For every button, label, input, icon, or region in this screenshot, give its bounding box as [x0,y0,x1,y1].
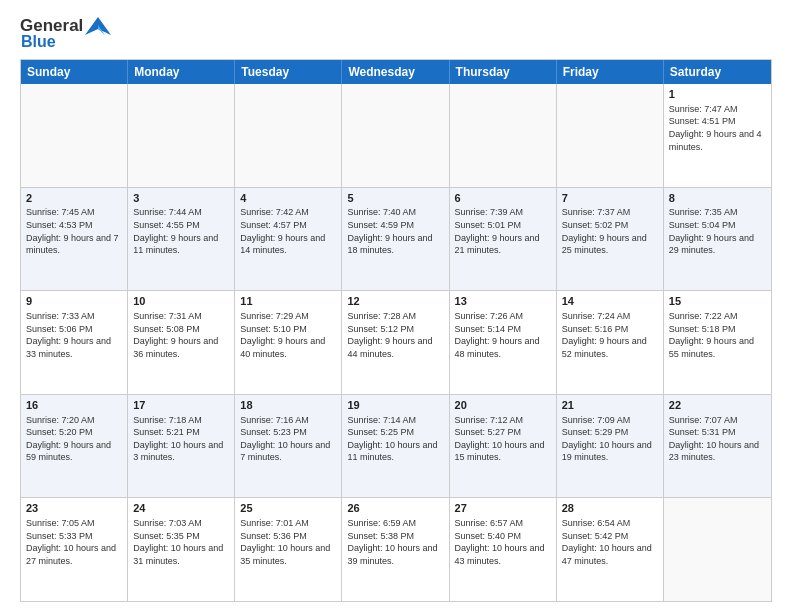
day-info: Sunrise: 7:14 AM Sunset: 5:25 PM Dayligh… [347,414,443,464]
day-info: Sunrise: 7:29 AM Sunset: 5:10 PM Dayligh… [240,310,336,360]
calendar-cell: 4Sunrise: 7:42 AM Sunset: 4:57 PM Daylig… [235,188,342,291]
calendar-body: 1Sunrise: 7:47 AM Sunset: 4:51 PM Daylig… [21,84,771,601]
day-info: Sunrise: 6:57 AM Sunset: 5:40 PM Dayligh… [455,517,551,567]
day-number: 9 [26,294,122,309]
calendar-cell: 16Sunrise: 7:20 AM Sunset: 5:20 PM Dayli… [21,395,128,498]
day-info: Sunrise: 7:35 AM Sunset: 5:04 PM Dayligh… [669,206,766,256]
day-info: Sunrise: 7:47 AM Sunset: 4:51 PM Dayligh… [669,103,766,153]
calendar-cell: 12Sunrise: 7:28 AM Sunset: 5:12 PM Dayli… [342,291,449,394]
day-number: 24 [133,501,229,516]
day-number: 20 [455,398,551,413]
day-info: Sunrise: 7:20 AM Sunset: 5:20 PM Dayligh… [26,414,122,464]
calendar-row-2: 2Sunrise: 7:45 AM Sunset: 4:53 PM Daylig… [21,187,771,291]
day-number: 13 [455,294,551,309]
day-info: Sunrise: 6:54 AM Sunset: 5:42 PM Dayligh… [562,517,658,567]
header-cell-sunday: Sunday [21,60,128,84]
calendar-cell [664,498,771,601]
day-number: 25 [240,501,336,516]
calendar-cell: 5Sunrise: 7:40 AM Sunset: 4:59 PM Daylig… [342,188,449,291]
calendar: SundayMondayTuesdayWednesdayThursdayFrid… [20,59,772,602]
day-info: Sunrise: 7:07 AM Sunset: 5:31 PM Dayligh… [669,414,766,464]
calendar-cell: 7Sunrise: 7:37 AM Sunset: 5:02 PM Daylig… [557,188,664,291]
calendar-row-5: 23Sunrise: 7:05 AM Sunset: 5:33 PM Dayli… [21,497,771,601]
day-number: 10 [133,294,229,309]
day-number: 7 [562,191,658,206]
header-cell-wednesday: Wednesday [342,60,449,84]
calendar-cell [21,84,128,187]
day-number: 6 [455,191,551,206]
day-number: 17 [133,398,229,413]
header-cell-monday: Monday [128,60,235,84]
day-info: Sunrise: 7:18 AM Sunset: 5:21 PM Dayligh… [133,414,229,464]
calendar-cell: 21Sunrise: 7:09 AM Sunset: 5:29 PM Dayli… [557,395,664,498]
calendar-row-3: 9Sunrise: 7:33 AM Sunset: 5:06 PM Daylig… [21,290,771,394]
day-number: 27 [455,501,551,516]
calendar-cell [450,84,557,187]
calendar-cell [235,84,342,187]
day-info: Sunrise: 7:33 AM Sunset: 5:06 PM Dayligh… [26,310,122,360]
day-info: Sunrise: 7:40 AM Sunset: 4:59 PM Dayligh… [347,206,443,256]
day-number: 19 [347,398,443,413]
day-info: Sunrise: 7:22 AM Sunset: 5:18 PM Dayligh… [669,310,766,360]
day-number: 3 [133,191,229,206]
calendar-cell [128,84,235,187]
day-number: 14 [562,294,658,309]
calendar-cell: 2Sunrise: 7:45 AM Sunset: 4:53 PM Daylig… [21,188,128,291]
calendar-cell: 24Sunrise: 7:03 AM Sunset: 5:35 PM Dayli… [128,498,235,601]
day-info: Sunrise: 7:01 AM Sunset: 5:36 PM Dayligh… [240,517,336,567]
day-number: 22 [669,398,766,413]
calendar-row-1: 1Sunrise: 7:47 AM Sunset: 4:51 PM Daylig… [21,84,771,187]
day-number: 23 [26,501,122,516]
day-info: Sunrise: 7:05 AM Sunset: 5:33 PM Dayligh… [26,517,122,567]
calendar-row-4: 16Sunrise: 7:20 AM Sunset: 5:20 PM Dayli… [21,394,771,498]
header-cell-saturday: Saturday [664,60,771,84]
calendar-cell: 11Sunrise: 7:29 AM Sunset: 5:10 PM Dayli… [235,291,342,394]
calendar-cell: 20Sunrise: 7:12 AM Sunset: 5:27 PM Dayli… [450,395,557,498]
calendar-cell: 28Sunrise: 6:54 AM Sunset: 5:42 PM Dayli… [557,498,664,601]
day-info: Sunrise: 7:42 AM Sunset: 4:57 PM Dayligh… [240,206,336,256]
day-number: 21 [562,398,658,413]
day-number: 18 [240,398,336,413]
calendar-cell: 1Sunrise: 7:47 AM Sunset: 4:51 PM Daylig… [664,84,771,187]
day-info: Sunrise: 7:39 AM Sunset: 5:01 PM Dayligh… [455,206,551,256]
day-info: Sunrise: 7:28 AM Sunset: 5:12 PM Dayligh… [347,310,443,360]
day-info: Sunrise: 7:03 AM Sunset: 5:35 PM Dayligh… [133,517,229,567]
calendar-cell: 17Sunrise: 7:18 AM Sunset: 5:21 PM Dayli… [128,395,235,498]
calendar-cell: 27Sunrise: 6:57 AM Sunset: 5:40 PM Dayli… [450,498,557,601]
calendar-cell: 14Sunrise: 7:24 AM Sunset: 5:16 PM Dayli… [557,291,664,394]
calendar-cell: 18Sunrise: 7:16 AM Sunset: 5:23 PM Dayli… [235,395,342,498]
calendar-header: SundayMondayTuesdayWednesdayThursdayFrid… [21,60,771,84]
calendar-cell [342,84,449,187]
day-number: 5 [347,191,443,206]
day-number: 2 [26,191,122,206]
calendar-cell: 13Sunrise: 7:26 AM Sunset: 5:14 PM Dayli… [450,291,557,394]
calendar-cell: 23Sunrise: 7:05 AM Sunset: 5:33 PM Dayli… [21,498,128,601]
day-info: Sunrise: 6:59 AM Sunset: 5:38 PM Dayligh… [347,517,443,567]
calendar-cell: 8Sunrise: 7:35 AM Sunset: 5:04 PM Daylig… [664,188,771,291]
calendar-cell: 26Sunrise: 6:59 AM Sunset: 5:38 PM Dayli… [342,498,449,601]
day-number: 8 [669,191,766,206]
calendar-cell: 22Sunrise: 7:07 AM Sunset: 5:31 PM Dayli… [664,395,771,498]
calendar-cell: 15Sunrise: 7:22 AM Sunset: 5:18 PM Dayli… [664,291,771,394]
calendar-cell: 6Sunrise: 7:39 AM Sunset: 5:01 PM Daylig… [450,188,557,291]
day-info: Sunrise: 7:26 AM Sunset: 5:14 PM Dayligh… [455,310,551,360]
day-number: 15 [669,294,766,309]
calendar-cell: 9Sunrise: 7:33 AM Sunset: 5:06 PM Daylig… [21,291,128,394]
day-number: 4 [240,191,336,206]
calendar-cell: 19Sunrise: 7:14 AM Sunset: 5:25 PM Dayli… [342,395,449,498]
calendar-cell [557,84,664,187]
day-info: Sunrise: 7:12 AM Sunset: 5:27 PM Dayligh… [455,414,551,464]
day-number: 28 [562,501,658,516]
calendar-cell: 3Sunrise: 7:44 AM Sunset: 4:55 PM Daylig… [128,188,235,291]
day-info: Sunrise: 7:24 AM Sunset: 5:16 PM Dayligh… [562,310,658,360]
calendar-cell: 10Sunrise: 7:31 AM Sunset: 5:08 PM Dayli… [128,291,235,394]
day-info: Sunrise: 7:37 AM Sunset: 5:02 PM Dayligh… [562,206,658,256]
day-number: 11 [240,294,336,309]
calendar-cell: 25Sunrise: 7:01 AM Sunset: 5:36 PM Dayli… [235,498,342,601]
day-info: Sunrise: 7:31 AM Sunset: 5:08 PM Dayligh… [133,310,229,360]
logo: General Blue [20,16,111,51]
logo-container: General Blue [20,16,111,51]
day-number: 1 [669,87,766,102]
header: General Blue [20,16,772,51]
header-cell-thursday: Thursday [450,60,557,84]
